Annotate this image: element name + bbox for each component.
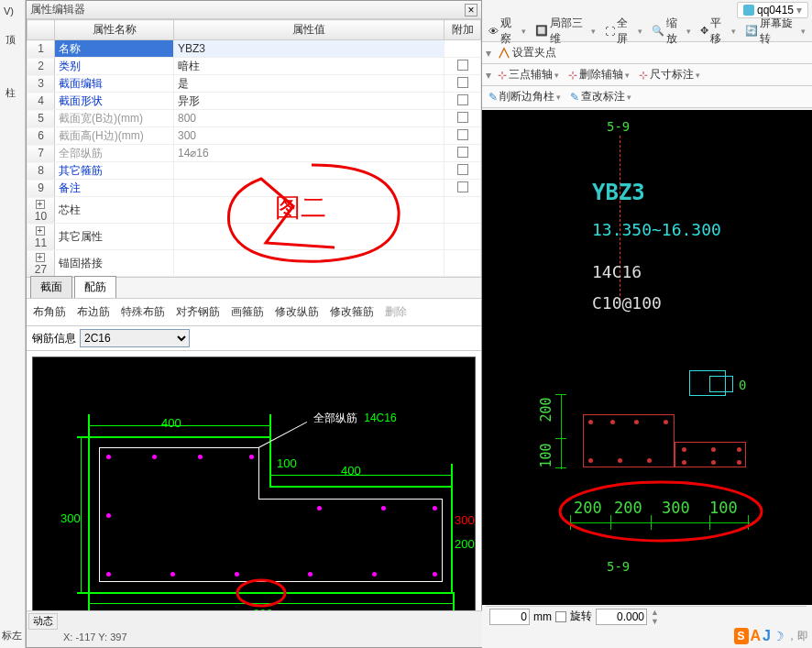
table-row[interactable]: 5截面宽(B边)(mm)800 [27, 110, 481, 127]
vdim-200: 200 [538, 397, 554, 422]
cad-label: YBZ3 [592, 180, 645, 205]
table-row[interactable]: 1名称YBZ3 [27, 40, 481, 58]
close-icon[interactable]: × [465, 4, 477, 16]
frag-v: V) [4, 5, 14, 16]
view-tool-3[interactable]: 🔍缩放▾ [649, 16, 695, 47]
cad-rebar1: 14C16 [592, 262, 642, 281]
dim-300-right: 300 [455, 513, 475, 527]
hdim-3: 100 [709, 499, 738, 517]
brand-j: J [763, 628, 771, 644]
status-bar: 动态 X: -117 Y: 397 [27, 610, 509, 647]
frag-top: 顶 [5, 33, 16, 47]
frag-bl: 标左 [2, 629, 22, 643]
view-tool-1[interactable]: 🔲局部三维▾ [532, 16, 598, 47]
vdim-100: 100 [538, 443, 554, 467]
table-row[interactable]: 3截面编辑是 [27, 75, 481, 93]
property-editor-panel: 属性编辑器 × 属性名称 属性值 附加 1名称YBZ32类别暗柱3截面编辑是4截… [26, 0, 482, 648]
status-coords: X: -117 Y: 397 [63, 632, 127, 643]
cad-rebar2: C10@100 [592, 293, 662, 313]
mark-toolbar: ✎削断边角柱▾✎查改标注▾ [482, 86, 812, 108]
cad-canvas[interactable]: 5-9 YBZ3 13.350~16.300 14C16 C10@100 [482, 110, 812, 605]
rebar-tool-1[interactable]: 布边筋 [74, 302, 113, 322]
axis-tool-1[interactable]: ⊹删除辅轴▾ [565, 67, 632, 82]
view-tool-5[interactable]: 🔄屏幕旋转▾ [742, 16, 808, 47]
grid-label-top: 5-9 [607, 119, 630, 134]
user-badge[interactable]: qq0415 ▾ [737, 2, 808, 18]
dim-100: 100 [277, 456, 297, 470]
col-add-header: 附加 [444, 20, 481, 40]
cad-range: 13.350~16.300 [592, 220, 721, 239]
table-row[interactable]: +27锚固搭接 [27, 250, 481, 277]
rebar-tool-6[interactable]: 修改箍筋 [327, 302, 377, 322]
rebar-info-select[interactable]: 2C16 [80, 329, 190, 347]
brand-badge: S A J ☽ ，即 [734, 628, 808, 644]
table-row[interactable]: +10芯柱 [27, 197, 481, 224]
table-row[interactable]: 2类别暗柱 [27, 58, 481, 75]
mark-tool-0[interactable]: ✎削断边角柱▾ [486, 89, 564, 104]
rotate-input[interactable] [596, 609, 647, 625]
axis-tool-0[interactable]: ⊹三点辅轴▾ [495, 67, 562, 82]
zero-label: 0 [739, 378, 746, 392]
hdim-1: 200 [614, 499, 642, 517]
editor-title-bar: 属性编辑器 × [27, 1, 481, 19]
rebar-tool-2[interactable]: 特殊布筋 [118, 302, 168, 322]
rebar-tool-4[interactable]: 画箍筋 [228, 302, 267, 322]
section-tab-strip: 截面 配筋 [27, 277, 481, 299]
view-tool-0[interactable]: 👁观察▾ [486, 16, 529, 47]
dim-300-left: 300 [60, 511, 81, 525]
property-table: 属性名称 属性值 附加 1名称YBZ32类别暗柱3截面编辑是4截面形状异形5截面… [27, 19, 481, 277]
table-row[interactable]: 7全部纵筋14⌀16 [27, 145, 481, 162]
status-dyn: 动态 [28, 613, 58, 630]
view-toolbar: 👁观察▾🔲局部三维▾⛶全屏▾🔍缩放▾✥平移▾🔄屏幕旋转▾ [482, 20, 812, 42]
rebar-tool-3[interactable]: 对齐钢筋 [173, 302, 223, 322]
brand-s: S [734, 628, 749, 644]
moon-icon: ☽ [773, 629, 785, 643]
view-tool-2[interactable]: ⛶全屏▾ [602, 16, 645, 47]
unit-label: mm [533, 610, 552, 623]
unit-checkbox[interactable] [555, 611, 566, 622]
rebar-info-row: 钢筋信息 2C16 [27, 326, 481, 351]
user-name: qq0415 [757, 4, 794, 16]
rebar-tool-5[interactable]: 修改纵筋 [272, 302, 322, 322]
right-area: qq0415 ▾ 👁观察▾🔲局部三维▾⛶全屏▾🔍缩放▾✥平移▾🔄屏幕旋转▾ ▾ … [482, 0, 812, 648]
table-row[interactable]: +11其它属性 [27, 224, 481, 250]
rebar-info-label: 钢筋信息 [32, 331, 76, 346]
table-row[interactable]: 6截面高(H边)(mm)300 [27, 127, 481, 145]
col-num-header [27, 20, 55, 40]
table-row[interactable]: 8其它箍筋 [27, 162, 481, 180]
view-tool-4[interactable]: ✥平移▾ [697, 16, 739, 47]
rebar-tool-0[interactable]: 布角筋 [30, 302, 69, 322]
mark-tool-1[interactable]: ✎查改标注▾ [567, 89, 634, 104]
rebar-toolbar: 布角筋布边筋特殊布筋对齐钢筋画箍筋修改纵筋修改箍筋删除 [27, 299, 481, 326]
rotate-label: 旋转 [570, 609, 592, 624]
hdim-0: 200 [574, 499, 602, 517]
col-value-header: 属性值 [174, 20, 444, 40]
dim-400-top-left: 400 [161, 416, 181, 430]
table-row[interactable]: 4截面形状异形 [27, 93, 481, 110]
editor-title: 属性编辑器 [30, 2, 465, 17]
grid-label-bot: 5-9 [607, 559, 630, 574]
dim-200: 200 [455, 537, 475, 551]
user-icon [743, 5, 754, 16]
axis-tool-2[interactable]: ⊹尺寸标注▾ [636, 67, 703, 82]
coord-input[interactable] [489, 609, 530, 625]
brand-a: A [751, 628, 762, 644]
table-row[interactable]: 9备注 [27, 180, 481, 197]
hdim-2: 300 [662, 499, 690, 517]
bottom-controls: mm 旋转 ▲▼ [486, 606, 807, 626]
section-rebar-label: 全部纵筋 14C16 [313, 411, 397, 426]
col-name-header: 属性名称 [55, 20, 174, 40]
rebar-tool-7[interactable]: 删除 [382, 302, 410, 322]
axis-toolbar: ▾⊹三点辅轴▾⊹删除辅轴▾⊹尺寸标注▾ [482, 64, 812, 86]
tab-rebar[interactable]: 配筋 [74, 276, 116, 298]
set-fixture-button[interactable]: 设置夹点 [495, 45, 559, 60]
tab-section[interactable]: 截面 [30, 276, 72, 298]
section-canvas[interactable]: 全部纵筋 14C16 400 400 100 300 300 200 800 [32, 357, 476, 641]
frag-col: 柱 [5, 86, 16, 100]
